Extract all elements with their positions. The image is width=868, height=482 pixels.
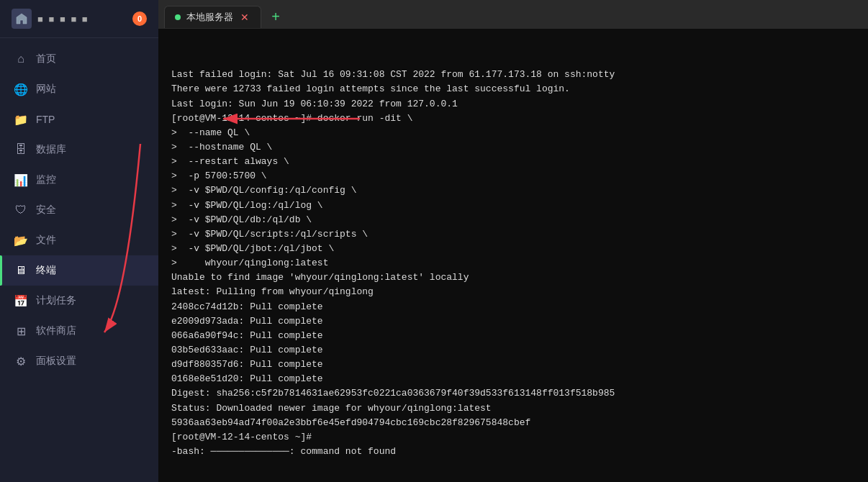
sidebar-item-crontab[interactable]: 📅计划任务	[0, 286, 158, 316]
sidebar-navigation: ⌂首页🌐网站📁FTP🗄数据库📊监控🛡安全📂文件🖥终端📅计划任务⊞软件商店⚙面板设…	[0, 38, 158, 482]
terminal-line-12: > -v $PWD/QL/jbot:/ql/jbot \	[171, 242, 855, 256]
terminal-line-21: d9df880357d6: Pull complete	[171, 358, 855, 372]
sidebar-item-monitor[interactable]: 📊监控	[0, 165, 158, 195]
terminal-output[interactable]: Last failed login: Sat Jul 16 09:31:08 C…	[158, 29, 868, 482]
sidebar-label-files: 文件	[36, 234, 56, 247]
terminal-line-26: [root@VM-12-14-centos ~]#	[171, 430, 855, 445]
appstore-icon: ⊞	[14, 324, 27, 337]
logo-text: ■ ■ ■ ■ ■	[37, 14, 89, 24]
terminal-line-19: 066a6a90f94c: Pull complete	[171, 329, 855, 343]
notification-badge[interactable]: 0	[132, 12, 147, 26]
terminal-line-1: There were 12733 failed login attempts s…	[171, 82, 855, 96]
terminal-line-22: 0168e8e51d20: Pull complete	[171, 372, 855, 386]
settings-icon: ⚙	[14, 355, 27, 368]
tab-bar: 本地服务器 ✕ +	[158, 0, 868, 29]
sidebar-label-home: 首页	[36, 53, 56, 65]
files-icon: 📂	[14, 234, 27, 247]
terminal-line-5: > --hostname QL \	[171, 140, 855, 155]
home-icon: ⌂	[14, 53, 27, 65]
sidebar-item-ftp[interactable]: 📁FTP	[0, 104, 158, 135]
sidebar-item-database[interactable]: 🗄数据库	[0, 135, 158, 165]
monitor-icon: 📊	[14, 173, 27, 186]
tab-close-button[interactable]: ✕	[239, 12, 250, 22]
tab-dot	[175, 14, 181, 20]
terminal-line-8: > -v $PWD/QL/config:/ql/config \	[171, 183, 855, 198]
tab-label: 本地服务器	[186, 11, 233, 24]
terminal-line-10: > -v $PWD/QL/db:/ql/db \	[171, 213, 855, 227]
sidebar-logo: ■ ■ ■ ■ ■	[12, 9, 89, 29]
terminal-line-18: e2009d973ada: Pull complete	[171, 314, 855, 329]
sidebar-label-monitor: 监控	[36, 173, 56, 186]
terminal-line-11: > -v $PWD/QL/scripts:/ql/scripts \	[171, 227, 855, 242]
website-icon: 🌐	[14, 83, 27, 96]
tab-local-server[interactable]: 本地服务器 ✕	[164, 6, 261, 28]
sidebar-label-website: 网站	[36, 83, 56, 96]
terminal-line-6: > --restart always \	[171, 155, 855, 169]
sidebar-item-files[interactable]: 📂文件	[0, 225, 158, 255]
crontab-icon: 📅	[14, 294, 27, 307]
terminal-line-7: > -p 5700:5700 \	[171, 169, 855, 183]
sidebar-label-terminal: 终端	[36, 264, 56, 277]
new-tab-button[interactable]: +	[266, 6, 286, 27]
security-icon: 🛡	[14, 204, 27, 217]
sidebar-label-ftp: FTP	[36, 114, 55, 125]
terminal-line-13: > whyour/qinglong:latest	[171, 256, 855, 270]
terminal-icon: 🖥	[14, 264, 27, 277]
terminal-line-4: > --name QL \	[171, 126, 855, 140]
sidebar: ■ ■ ■ ■ ■ 0 ⌂首页🌐网站📁FTP🗄数据库📊监控🛡安全📂文件🖥终端📅计…	[0, 0, 158, 482]
logo-icon	[12, 9, 32, 29]
sidebar-item-appstore[interactable]: ⊞软件商店	[0, 316, 158, 346]
terminal-line-0: Last failed login: Sat Jul 16 09:31:08 C…	[171, 68, 855, 82]
active-indicator	[0, 255, 2, 286]
database-icon: 🗄	[14, 143, 27, 156]
main-content: 本地服务器 ✕ + Last failed login: Sat Jul 16 …	[158, 0, 868, 482]
sidebar-item-website[interactable]: 🌐网站	[0, 74, 158, 104]
terminal-line-23: Digest: sha256:c5f2b7814631ae62953fc0221…	[171, 386, 855, 401]
sidebar-item-settings[interactable]: ⚙面板设置	[0, 346, 158, 376]
terminal-line-3: [root@VM-12-14-centos ~]# docker run -di…	[171, 112, 855, 126]
ftp-icon: 📁	[14, 113, 27, 126]
sidebar-item-terminal[interactable]: 🖥终端	[0, 255, 158, 286]
terminal-line-9: > -v $PWD/QL/log:/ql/log \	[171, 199, 855, 213]
sidebar-label-crontab: 计划任务	[36, 294, 76, 307]
terminal-line-27: -bash: ──────────────: command not found	[171, 445, 855, 459]
terminal-line-24: Status: Downloaded newer image for whyou…	[171, 401, 855, 416]
terminal-line-20: 03b5ed633aac: Pull complete	[171, 343, 855, 358]
terminal-line-2: Last login: Sun Jun 19 06:10:39 2022 fro…	[171, 97, 855, 112]
terminal-line-14: Unable to find image 'whyour/qinglong:la…	[171, 270, 855, 285]
sidebar-label-security: 安全	[36, 204, 56, 217]
terminal-line-25: 5936aa63eb94ad74f00a2e3bbf6e45efd904794c…	[171, 416, 855, 430]
sidebar-label-settings: 面板设置	[36, 355, 76, 368]
sidebar-header: ■ ■ ■ ■ ■ 0	[0, 0, 158, 38]
sidebar-item-security[interactable]: 🛡安全	[0, 195, 158, 225]
sidebar-label-database: 数据库	[36, 143, 66, 156]
terminal-line-16: latest: Pulling from whyour/qinglong	[171, 285, 855, 299]
sidebar-item-home[interactable]: ⌂首页	[0, 44, 158, 74]
terminal-line-17: 2408cc74d12b: Pull complete	[171, 300, 855, 314]
sidebar-label-appstore: 软件商店	[36, 324, 76, 337]
